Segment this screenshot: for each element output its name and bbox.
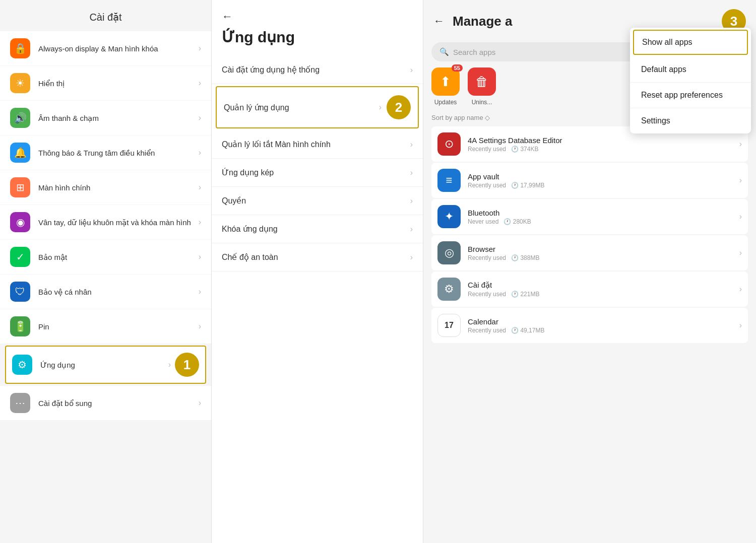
chevron-icon: › (199, 148, 201, 157)
chevron-icon: › (379, 103, 382, 112)
4a-settings-name: 4A Settings Database Editor (468, 136, 739, 145)
chevron-icon: › (199, 287, 201, 296)
calendar-icon: 17 (437, 314, 461, 337)
apps-panel: ← Ứng dụng Cài đặt ứng dụng hệ thống › Q… (212, 0, 423, 543)
settings-item-always-on[interactable]: 🔒 Always-on display & Man hình khóa › (0, 31, 211, 65)
browser-icon: ◎ (437, 241, 461, 264)
app-item-browser[interactable]: ◎ Browser Recently used 🕐 388MB › (431, 235, 748, 270)
shortcuts-label: Quản lý lối tắt Màn hình chính (222, 140, 410, 149)
cai-dat-name: Cài đặt (468, 281, 739, 290)
chevron-icon: › (199, 398, 201, 408)
menu-item-manage-apps[interactable]: Quản lý ứng dụng › 2 (216, 86, 419, 128)
security-icon: ✓ (10, 247, 30, 267)
settings-item-biometrics[interactable]: ◉ Vân tay, dữ liệu khuôn mặt và khóa màn… (0, 205, 211, 239)
uninstall-label: Unins... (472, 99, 492, 106)
app-lock-label: Khóa ứng dụng (222, 224, 410, 234)
chevron-icon: › (739, 321, 742, 330)
search-icon: 🔍 (439, 47, 449, 56)
app-vault-info: App vault Recently used 🕐 17,99MB (468, 172, 739, 189)
homescreen-icon: ⊞ (10, 177, 30, 197)
menu-item-dual-apps[interactable]: Ứng dụng kép › (212, 159, 423, 187)
settings-item-homescreen[interactable]: ⊞ Màn hình chính › (0, 170, 211, 205)
dropdown-show-all-apps[interactable]: Show all apps (633, 30, 748, 55)
dropdown-settings[interactable]: Settings (630, 108, 751, 133)
chevron-icon: › (739, 140, 742, 149)
chevron-icon: › (199, 252, 201, 261)
chevron-icon: › (739, 212, 742, 221)
dropdown-default-apps[interactable]: Default apps (630, 57, 751, 83)
chevron-icon: › (168, 360, 171, 369)
uninstall-icon-wrap: 🗑 (468, 67, 496, 96)
menu-item-app-lock[interactable]: Khóa ứng dụng › (212, 215, 423, 243)
battery-icon: 🔋 (10, 316, 30, 336)
show-all-apps-label: Show all apps (642, 38, 692, 46)
settings-item-sound[interactable]: 🔊 Âm thanh & chạm › (0, 101, 211, 135)
browser-meta: Recently used 🕐 388MB (468, 254, 739, 261)
app-item-settings[interactable]: ⚙ Cài đặt Recently used 🕐 221MB › (431, 272, 748, 307)
back-button[interactable]: ← (222, 10, 233, 23)
browser-size: 🕐 388MB (511, 254, 539, 261)
sort-label: Sort by app name ◇ (431, 114, 490, 121)
dropdown-reset-prefs[interactable]: Reset app preferences (630, 83, 751, 108)
chevron-icon: › (739, 176, 742, 185)
chevron-icon: › (410, 225, 413, 234)
updates-badge: 55 (452, 64, 463, 72)
menu-item-shortcuts[interactable]: Quản lý lối tắt Màn hình chính › (212, 130, 423, 159)
browser-meta1: Recently used (468, 254, 506, 261)
cai-dat-meta: Recently used 🕐 221MB (468, 291, 739, 298)
search-placeholder: Search apps (453, 48, 495, 56)
bluetooth-meta1: Never used (468, 218, 498, 225)
app-item-bluetooth[interactable]: ✦ Bluetooth Never used 🕐 280KB › (431, 199, 748, 234)
updates-icon-wrap: ⬆ 55 (431, 67, 460, 96)
battery-label: Pin (38, 321, 199, 332)
settings-item-apps[interactable]: ⚙ Ứng dụng › 1 (5, 346, 206, 384)
app-vault-meta: Recently used 🕐 17,99MB (468, 182, 739, 189)
chevron-icon: › (199, 218, 201, 227)
extra-icon: ⋯ (10, 393, 30, 413)
chevron-icon: › (410, 196, 413, 206)
calendar-size: 🕐 49,17MB (511, 327, 544, 334)
reset-prefs-label: Reset app preferences (641, 91, 723, 99)
display-icon: ☀ (10, 73, 30, 93)
manage-apps-panel: ← Manage a 3 🔍 Search apps ⬆ 55 Updates … (423, 0, 756, 543)
chevron-icon: › (739, 248, 742, 257)
chevron-icon: › (199, 183, 201, 192)
app-vault-icon: ≡ (437, 169, 461, 192)
app-vault-name: App vault (468, 172, 739, 181)
updates-action[interactable]: ⬆ 55 Updates (431, 67, 460, 106)
calendar-info: Calendar Recently used 🕐 49,17MB (468, 317, 739, 334)
permissions-label: Quyền (222, 196, 410, 206)
dropdown-settings-label: Settings (641, 116, 670, 125)
menu-item-safe-mode[interactable]: Chế độ an toàn › (212, 243, 423, 272)
settings-item-notifications[interactable]: 🔔 Thông báo & Trung tâm điều khiển › (0, 135, 211, 170)
manage-apps-title: Manage a (453, 14, 722, 29)
menu-item-system-apps[interactable]: Cài đặt ứng dụng hệ thống › (212, 56, 423, 84)
panel3-back-button[interactable]: ← (433, 15, 445, 28)
settings-item-display[interactable]: ☀ Hiển thị › (0, 66, 211, 100)
display-label: Hiển thị (38, 78, 199, 89)
cai-dat-info: Cài đặt Recently used 🕐 221MB (468, 281, 739, 298)
settings-item-privacy[interactable]: 🛡 Bảo vệ cá nhân › (0, 275, 211, 309)
chevron-icon: › (410, 140, 413, 149)
chevron-icon: › (410, 253, 413, 262)
settings-item-battery[interactable]: 🔋 Pin › (0, 309, 211, 344)
uninstall-action[interactable]: 🗑 Unins... (468, 67, 496, 106)
cai-dat-meta1: Recently used (468, 291, 506, 298)
panel2-header: ← (212, 0, 423, 28)
settings-title: Cài đặt (0, 0, 211, 31)
app-item-calendar[interactable]: 17 Calendar Recently used 🕐 49,17MB › (431, 308, 748, 343)
bluetooth-meta: Never used 🕐 280KB (468, 218, 739, 225)
app-item-app-vault[interactable]: ≡ App vault Recently used 🕐 17,99MB › (431, 163, 748, 198)
menu-item-permissions[interactable]: Quyền › (212, 187, 423, 215)
updates-icon: ⬆ (440, 74, 451, 90)
settings-item-security[interactable]: ✓ Bảo mật › (0, 240, 211, 274)
chevron-icon: › (199, 79, 201, 88)
default-apps-label: Default apps (641, 65, 686, 74)
bluetooth-size: 🕐 280KB (503, 218, 531, 225)
extra-label: Cài đặt bổ sung (38, 398, 199, 409)
settings-item-extra[interactable]: ⋯ Cài đặt bổ sung › (0, 386, 211, 420)
updates-label: Updates (434, 99, 457, 106)
calendar-meta1: Recently used (468, 327, 506, 334)
cai-dat-size: 🕐 221MB (511, 291, 539, 298)
settings-panel: Cài đặt 🔒 Always-on display & Man hình k… (0, 0, 212, 543)
